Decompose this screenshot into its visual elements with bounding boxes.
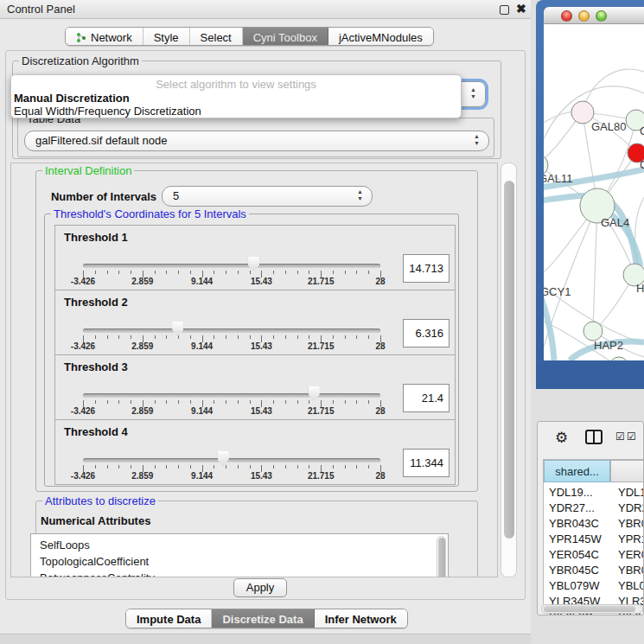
slider-tick-label: 9.144 xyxy=(191,341,213,351)
table-cell[interactable]: YER054C xyxy=(549,548,599,561)
close-icon[interactable]: ✖ xyxy=(516,2,526,16)
slider-tick xyxy=(368,400,369,404)
node-attribute-table[interactable]: shared...naYDL19...YDL1YDR27...YDR2YBR04… xyxy=(543,459,644,604)
slider-thumb[interactable] xyxy=(218,451,229,466)
scrollbar-thumb[interactable] xyxy=(544,606,635,612)
float-window-icon[interactable] xyxy=(500,5,509,15)
column-header-shared-name[interactable]: shared... xyxy=(544,460,610,482)
settings-vertical-scrollbar[interactable] xyxy=(501,163,517,577)
table-cell[interactable]: YBL079W xyxy=(549,579,600,592)
slider-tick xyxy=(297,271,298,274)
table-cell[interactable]: YBR0 xyxy=(618,564,644,577)
column-header-name[interactable]: na xyxy=(610,460,644,482)
number-of-intervals-combobox[interactable]: 5 ▲▼ xyxy=(162,186,373,207)
slider-tick xyxy=(95,271,96,274)
slider-tick-label: -3.426 xyxy=(71,341,95,351)
close-traffic-light-icon[interactable] xyxy=(561,10,572,22)
slider-tick xyxy=(285,335,286,339)
slider-tick xyxy=(297,465,298,469)
table-cell[interactable]: YBL0 xyxy=(618,579,644,592)
tab-select[interactable]: Select xyxy=(190,28,243,45)
dropdown-item-equal-width[interactable]: Equal Width/Frequency Discretization xyxy=(14,105,201,118)
tab-style[interactable]: Style xyxy=(143,28,190,45)
threshold-value-field[interactable]: 11.344 xyxy=(403,449,450,477)
slider-tick xyxy=(155,335,156,339)
tab-impute-data[interactable]: Impute Data xyxy=(126,609,212,628)
slider-tick-label: 9.144 xyxy=(191,277,213,286)
tab-network[interactable]: Network xyxy=(66,28,143,45)
table-cell[interactable]: YER0 xyxy=(618,548,644,561)
node-label: GAL80 xyxy=(591,120,626,133)
slider-tick-label: 2.859 xyxy=(131,277,153,286)
attribute-item[interactable]: BetweennessCentrality xyxy=(40,571,155,577)
network-node[interactable] xyxy=(609,357,628,360)
table-horizontal-scrollbar[interactable] xyxy=(541,604,643,614)
slider-tick xyxy=(368,465,369,469)
slider-tick xyxy=(155,271,156,274)
zoom-traffic-light-icon[interactable] xyxy=(596,10,607,22)
slider-tick xyxy=(214,400,214,404)
table-cell[interactable]: YPR1 xyxy=(618,532,644,545)
slider-thumb[interactable] xyxy=(248,257,259,271)
table-cell[interactable]: YPR145W xyxy=(549,532,602,545)
slider-track[interactable] xyxy=(83,328,380,333)
slider-thumb[interactable] xyxy=(309,386,320,401)
gear-icon[interactable]: ⚙ xyxy=(555,429,568,447)
tab-cyni-toolbox[interactable]: Cyni Toolbox xyxy=(243,28,328,45)
table-cell[interactable]: YDR2 xyxy=(618,501,644,514)
slider-tick xyxy=(226,400,226,404)
slider-tick xyxy=(155,465,156,469)
dropdown-item-manual-discretization[interactable]: Manual Discretization xyxy=(14,92,130,105)
table-cell[interactable]: YBR045C xyxy=(549,564,599,577)
tab-discretize-data[interactable]: Discretize Data xyxy=(212,609,314,628)
slider-track[interactable] xyxy=(83,264,380,268)
threshold-row-4: Threshold 4-3.4262.8599.14415.4321.71528… xyxy=(54,419,456,485)
threshold-value-field[interactable]: 14.713 xyxy=(403,254,450,283)
slider-tick xyxy=(107,335,108,339)
table-cell[interactable]: YDL1 xyxy=(618,486,644,499)
node-label: GAL4 xyxy=(601,216,629,229)
scrollbar-thumb[interactable] xyxy=(504,181,514,539)
threshold-value-field[interactable]: 21.4 xyxy=(403,384,450,412)
algorithm-dropdown-popup: Select algorithm to view settings Manual… xyxy=(10,74,462,118)
slider-tick xyxy=(118,400,119,404)
network-canvas[interactable]: GAL80GACGAL11GAL4GCY1HHAP2 xyxy=(544,24,644,360)
slider-tick xyxy=(356,465,357,469)
table-cell[interactable]: YBR043C xyxy=(549,517,599,530)
slider-tick-label: 21.715 xyxy=(308,471,335,481)
attributes-scrollbar[interactable] xyxy=(437,536,446,577)
tab-infer-network[interactable]: Infer Network xyxy=(315,609,407,628)
attribute-item[interactable]: SelfLoops xyxy=(40,539,90,552)
slider-tick xyxy=(95,400,96,404)
slider-tick xyxy=(190,271,191,274)
slider-tick xyxy=(238,400,239,404)
numerical-attributes-list[interactable]: SelfLoopsTopologicalCoefficientBetweenne… xyxy=(30,533,449,577)
slider-tick xyxy=(226,271,226,274)
slider-tick xyxy=(155,400,156,404)
top-tab-bar: NetworkStyleSelectCyni ToolboxjActiveMNo… xyxy=(65,27,434,46)
network-window-titlebar[interactable] xyxy=(544,7,644,24)
table-cell[interactable]: YDR27... xyxy=(549,501,595,514)
table-cell[interactable]: YDL19... xyxy=(549,486,593,499)
threshold-label: Threshold 1 xyxy=(64,231,128,244)
slider-thumb[interactable] xyxy=(172,322,183,336)
split-columns-icon[interactable] xyxy=(585,430,603,444)
minimize-traffic-light-icon[interactable] xyxy=(578,10,590,22)
network-view-window[interactable]: GAL80GACGAL11GAL4GCY1HHAP2 xyxy=(536,0,644,389)
table-cell[interactable]: YBR0 xyxy=(618,517,644,530)
network-node-hap2[interactable] xyxy=(583,322,603,341)
slider-track[interactable] xyxy=(83,393,380,398)
slider-tick xyxy=(107,271,108,274)
checkbox-checked-icon[interactable]: ☑ xyxy=(627,430,636,443)
checkbox-checked-icon[interactable]: ☑ xyxy=(615,430,625,443)
slider-tick xyxy=(333,400,334,404)
threshold-label: Threshold 3 xyxy=(64,360,128,373)
apply-button[interactable]: Apply xyxy=(233,578,287,597)
attribute-item[interactable]: TopologicalCoefficient xyxy=(40,555,149,568)
slider-track[interactable] xyxy=(83,458,380,462)
control-panel: Control Panel ✖ NetworkStyleSelectCyni T… xyxy=(0,0,531,644)
slider-tick xyxy=(333,335,334,339)
tab-jactivemnodules[interactable]: jActiveMNodules xyxy=(328,28,433,45)
table-data-combobox[interactable]: galFiltered.sif default node ▲▼ xyxy=(24,131,489,151)
threshold-value-field[interactable]: 6.316 xyxy=(403,319,450,348)
